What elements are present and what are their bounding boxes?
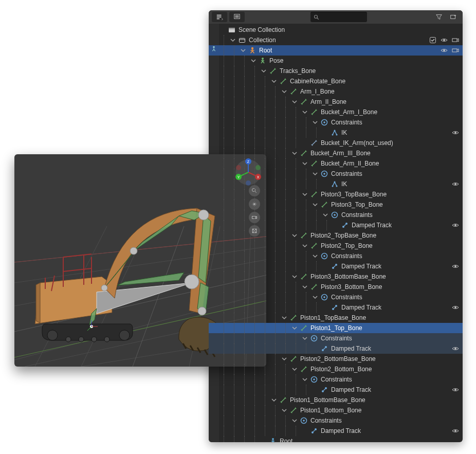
outliner-search[interactable] [310,12,367,22]
tree-row-p3t-d[interactable]: Damped Track [209,220,463,230]
disclosure-toggle[interactable] [312,170,319,177]
tree-row-ba2[interactable]: Bucket_Arm_II_Bone [209,158,463,169]
tree-row-p1b-c[interactable]: Constraints [209,415,463,426]
filter-dropdown[interactable] [433,12,445,22]
disclosure-toggle[interactable] [301,191,308,198]
disclosure-toggle[interactable] [281,407,288,414]
eye-toggle[interactable] [440,46,448,55]
tree-row-bai-ik[interactable]: IK [209,128,463,138]
tree-row-p1t-d[interactable]: Damped Track [209,343,463,354]
eye-toggle[interactable] [451,303,460,312]
tree-row-p1b-d[interactable]: Damped Track [209,426,463,436]
svg-point-87 [66,337,71,342]
new-collection-button[interactable] [447,12,460,22]
tree-row-p2t[interactable]: Piston2_Top_Bone [209,241,463,251]
disclosure-toggle[interactable] [270,78,278,85]
disclosure-toggle[interactable] [312,252,319,260]
tree-row-pose[interactable]: Pose [209,56,463,66]
tree-row-p3b-d[interactable]: Damped Track [209,302,463,313]
tree-row-bik[interactable]: Bucket_IK_Arm(not_used) [209,138,463,148]
display-mode-dropdown[interactable] [229,12,245,22]
disclosure-toggle[interactable] [301,242,308,249]
tree-row-cabine[interactable]: CabineRotate_Bone [209,76,463,86]
tree-row-root2[interactable]: Root [209,436,463,442]
tree-row-p3b-c[interactable]: Constraints [209,292,463,302]
tree-row-p2b[interactable]: Piston2_Bottom_Bone [209,364,463,374]
eye-toggle[interactable] [440,36,448,44]
disclosure-toggle[interactable] [322,211,329,219]
outliner-tree[interactable]: Scene CollectionCollectionRootPoseTracks… [209,24,463,442]
disclosure-toggle[interactable] [291,366,298,373]
tree-row-arm1[interactable]: Arm_I_Bone [209,86,463,97]
disclosure-toggle[interactable] [291,324,298,332]
tree-row-p1t-c[interactable]: Constraints [209,333,463,343]
tree-row-scene[interactable]: Scene Collection [209,25,463,35]
disclosure-toggle[interactable] [240,47,247,54]
disclosure-toggle[interactable] [312,201,319,208]
tree-row-p1tb[interactable]: Piston1_TopBase_Bone [209,313,463,323]
tree-row-p2b-c[interactable]: Constraints [209,374,463,385]
disclosure-toggle[interactable] [229,37,236,44]
eye-toggle[interactable] [451,129,460,137]
tree-row-ba2-c[interactable]: Constraints [209,169,463,179]
disclosure-toggle[interactable] [281,355,288,362]
tree-row-p2tb[interactable]: Piston2_TopBase_Bone [209,230,463,241]
disclosure-toggle[interactable] [312,294,319,301]
eye-toggle[interactable] [451,427,460,435]
search-input[interactable] [320,14,361,21]
tree-row-tracks[interactable]: Tracks_Bone [209,66,463,76]
svg-point-42 [335,264,337,266]
disclosure-toggle[interactable] [301,160,308,167]
tree-row-ba3[interactable]: Bucket_Arm_III_Bone [209,148,463,158]
tree-row-p3b[interactable]: Piston3_Bottom_Bone [209,282,463,292]
tree-row-p1b[interactable]: Piston1_Bottom_Bone [209,405,463,415]
disclosure-toggle[interactable] [270,396,278,404]
eye-toggle[interactable] [451,221,460,229]
tree-row-p1bb[interactable]: Piston1_BottomBase_Bone [209,395,463,405]
eye-toggle[interactable] [451,344,460,353]
disclosure-toggle[interactable] [291,232,298,239]
disclosure-toggle[interactable] [291,98,298,105]
disclosure-toggle[interactable] [312,119,319,126]
disclosure-toggle[interactable] [281,88,288,95]
disclosure-toggle[interactable] [301,283,308,290]
tree-row-p2t-d[interactable]: Damped Track [209,261,463,271]
disclosure-toggle[interactable] [260,67,267,75]
svg-point-22 [323,121,325,123]
disclosure-toggle[interactable] [250,57,257,64]
tree-row-ba2-ik[interactable]: IK [209,179,463,189]
disclosure-toggle[interactable] [301,376,308,383]
tree-row-p2b-d[interactable]: Damped Track [209,385,463,395]
disclosure-toggle[interactable] [301,335,308,342]
bone-icon [289,313,298,322]
disclosure-toggle[interactable] [291,273,298,280]
tree-row-bai-c[interactable]: Constraints [209,117,463,128]
disclosure-toggle [301,139,308,147]
tree-row-root[interactable]: Root [209,45,463,56]
eye-toggle[interactable] [451,180,460,188]
tree-row-p2bb[interactable]: Piston2_BottomBase_Bone [209,354,463,364]
svg-point-99 [198,210,209,220]
tree-row-p3t-c[interactable]: Constraints [209,210,463,220]
disclosure-toggle[interactable] [281,314,288,321]
tree-row-p2t-c[interactable]: Constraints [209,251,463,261]
eye-toggle[interactable] [451,386,460,394]
tree-row-p3t[interactable]: Piston3_Top_Bone [209,199,463,210]
disclosure-toggle[interactable] [301,108,308,116]
tree-row-coll[interactable]: Collection [209,35,463,45]
bone-icon [309,190,319,199]
tree-row-p3tb[interactable]: Piston3_TopBase_Bone [209,189,463,199]
camera-toggle[interactable] [451,36,460,44]
mode-armature-icon[interactable] [210,45,218,53]
tree-row-p3bb[interactable]: Piston3_BottomBase_Bone [209,271,463,282]
check-toggle[interactable] [429,36,437,44]
disclosure-toggle[interactable] [291,417,298,424]
editor-type-dropdown[interactable] [212,12,227,22]
eye-toggle[interactable] [451,262,460,270]
tree-item-label: Root [280,438,292,442]
tree-row-p1t[interactable]: Piston1_Top_Bone [209,323,463,333]
disclosure-toggle[interactable] [291,150,298,157]
camera-toggle[interactable] [451,46,460,55]
tree-row-arm2[interactable]: Arm_II_Bone [209,97,463,107]
tree-row-bai[interactable]: Bucket_Arm_I_Bone [209,107,463,117]
